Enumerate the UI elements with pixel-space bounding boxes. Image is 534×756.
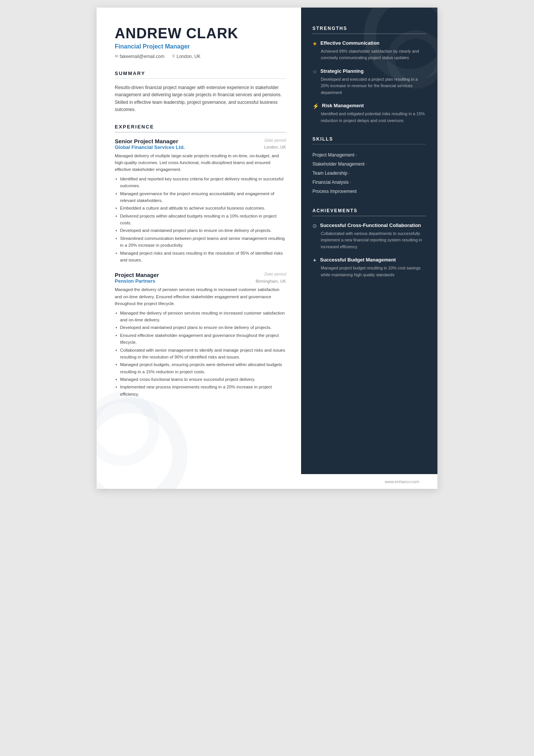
skill-item-3: Team Leadership · bbox=[312, 169, 426, 178]
achievement-name-2: Successful Budget Management bbox=[320, 257, 396, 263]
summary-divider bbox=[115, 78, 286, 79]
strength-desc-1: Achieved 99% stakeholder satisfaction by… bbox=[312, 48, 426, 61]
achievement-desc-1: Collaborated with various departments to… bbox=[312, 230, 426, 250]
exp-item-1: Senior Project Manager Date period Globa… bbox=[115, 138, 286, 264]
achievement-item-1: ⊙ Successful Cross-Functional Collaborat… bbox=[312, 222, 426, 250]
achievements-divider bbox=[312, 216, 426, 216]
bullet-item: Managed project risks and issues resulti… bbox=[115, 250, 286, 264]
exp-bullets-1: Identified and reported key success crit… bbox=[115, 175, 286, 264]
skill-item-2: Stakeholder Management · bbox=[312, 160, 426, 169]
summary-text: Results-driven financial project manager… bbox=[115, 84, 286, 113]
skills-title: SKILLS bbox=[312, 136, 426, 142]
bullet-item: Identified and reported key success crit… bbox=[115, 175, 286, 189]
strengths-section: STRENGTHS ★ Effective Communication Achi… bbox=[312, 26, 426, 124]
exp-header-2: Project Manager Date period bbox=[115, 272, 286, 278]
strength-desc-3: Identified and mitigated potential risks… bbox=[312, 111, 426, 124]
achievement-header-1: ⊙ Successful Cross-Functional Collaborat… bbox=[312, 222, 426, 229]
exp-date-2: Date period bbox=[264, 272, 286, 276]
bullet-item: Managed the delivery of pension services… bbox=[115, 310, 286, 324]
summary-title: SUMMARY bbox=[115, 70, 286, 76]
strength-name-1: Effective Communication bbox=[320, 40, 379, 47]
bullet-item: Streamlined communication between projec… bbox=[115, 235, 286, 249]
header: ANDREW CLARK Financial Project Manager ✉… bbox=[115, 26, 286, 59]
strength-item-3: ⚡ Risk Management Identified and mitigat… bbox=[312, 103, 426, 124]
strength-header-3: ⚡ Risk Management bbox=[312, 103, 426, 109]
email-icon: ✉ bbox=[115, 54, 118, 59]
candidate-name: ANDREW CLARK bbox=[115, 26, 286, 42]
location-contact: ⚲ London, UK bbox=[172, 54, 200, 59]
exp-item-2: Project Manager Date period Pension Part… bbox=[115, 272, 286, 398]
skill-item-5: Process Improvement bbox=[312, 187, 426, 196]
strengths-divider bbox=[312, 33, 426, 34]
strength-header-1: ★ Effective Communication bbox=[312, 40, 426, 47]
bolt-icon: ⚡ bbox=[312, 103, 319, 109]
bullet-item: Managed governance for the project ensur… bbox=[115, 190, 286, 204]
star-outline-icon: ☆ bbox=[312, 69, 317, 75]
exp-company-1: Global Financial Services Ltd. bbox=[115, 144, 185, 150]
right-column: STRENGTHS ★ Effective Communication Achi… bbox=[301, 8, 437, 489]
achievements-section: ACHIEVEMENTS ⊙ Successful Cross-Function… bbox=[312, 208, 426, 278]
exp-date-1: Date period bbox=[264, 138, 286, 142]
achievement-item-2: ✦ Successful Budget Management Managed p… bbox=[312, 257, 426, 278]
skill-item-1: Project Management · bbox=[312, 150, 426, 160]
exp-role-1: Senior Project Manager bbox=[115, 138, 178, 144]
exp-company-2: Pension Partners bbox=[115, 278, 155, 284]
exp-company-row-1: Global Financial Services Ltd. London, U… bbox=[115, 144, 286, 150]
experience-section: EXPERIENCE Senior Project Manager Date p… bbox=[115, 124, 286, 398]
email-contact: ✉ fakeemail@email.com bbox=[115, 54, 164, 59]
skill-name-4: Financial Analysis · bbox=[312, 180, 351, 185]
skills-divider bbox=[312, 144, 426, 145]
strength-desc-2: Developed and executed a project plan re… bbox=[312, 76, 426, 96]
contact-info: ✉ fakeemail@email.com ⚲ London, UK bbox=[115, 54, 286, 59]
exp-header-1: Senior Project Manager Date period bbox=[115, 138, 286, 144]
achievement-desc-2: Managed project budget resulting in 10% … bbox=[312, 265, 426, 278]
skill-item-4: Financial Analysis · bbox=[312, 178, 426, 187]
bullet-item: Managed project budgets, ensuring projec… bbox=[115, 361, 286, 375]
bullet-item: Developed and maintained project plans t… bbox=[115, 227, 286, 234]
strength-item-2: ☆ Strategic Planning Developed and execu… bbox=[312, 68, 426, 96]
bullet-item: Developed and maintained project plans t… bbox=[115, 324, 286, 331]
strength-name-2: Strategic Planning bbox=[320, 68, 364, 75]
budget-icon: ✦ bbox=[312, 257, 317, 263]
email-text: fakeemail@email.com bbox=[120, 54, 164, 59]
location-icon: ⚲ bbox=[172, 54, 175, 59]
experience-divider bbox=[115, 132, 286, 133]
skill-name-5: Process Improvement bbox=[312, 189, 357, 194]
footer-website: www.enhancv.com bbox=[385, 479, 419, 484]
bullet-item: Embedded a culture and attitude to achie… bbox=[115, 205, 286, 211]
bullet-item: Managed cross-functional teams to ensure… bbox=[115, 376, 286, 383]
exp-desc-1: Managed delivery of multiple large-scale… bbox=[115, 152, 286, 173]
strength-name-3: Risk Management bbox=[322, 103, 364, 109]
experience-title: EXPERIENCE bbox=[115, 124, 286, 130]
location-text: London, UK bbox=[176, 54, 200, 59]
exp-desc-2: Managed the delivery of pension services… bbox=[115, 286, 286, 307]
exp-role-2: Project Manager bbox=[115, 272, 159, 278]
skill-name-3: Team Leadership · bbox=[312, 171, 350, 176]
skill-name-1: Project Management · bbox=[312, 152, 357, 158]
bullet-item: Implemented new process improvements res… bbox=[115, 383, 286, 398]
achievement-name-1: Successful Cross-Functional Collaboratio… bbox=[320, 222, 421, 229]
exp-bullets-2: Managed the delivery of pension services… bbox=[115, 310, 286, 398]
exp-company-row-2: Pension Partners Birmingham, UK bbox=[115, 278, 286, 284]
exp-location-2: Birmingham, UK bbox=[256, 279, 286, 283]
strengths-title: STRENGTHS bbox=[312, 26, 426, 31]
resume-wrapper: ANDREW CLARK Financial Project Manager ✉… bbox=[97, 8, 437, 489]
skills-section: SKILLS Project Management · Stakeholder … bbox=[312, 136, 426, 196]
strength-header-2: ☆ Strategic Planning bbox=[312, 68, 426, 75]
bullet-item: Collaborated with senior management to i… bbox=[115, 347, 286, 361]
exp-location-1: London, UK bbox=[264, 145, 286, 149]
achievement-header-2: ✦ Successful Budget Management bbox=[312, 257, 426, 263]
achievements-title: ACHIEVEMENTS bbox=[312, 208, 426, 213]
left-column: ANDREW CLARK Financial Project Manager ✉… bbox=[97, 8, 301, 489]
bullet-item: Ensured effective stakeholder engagement… bbox=[115, 332, 286, 346]
summary-section: SUMMARY Results-driven financial project… bbox=[115, 70, 286, 113]
strength-item-1: ★ Effective Communication Achieved 99% s… bbox=[312, 40, 426, 61]
candidate-title: Financial Project Manager bbox=[115, 43, 286, 50]
skill-name-2: Stakeholder Management · bbox=[312, 161, 367, 167]
bullet-item: Delivered projects within allocated budg… bbox=[115, 213, 286, 227]
collaboration-icon: ⊙ bbox=[312, 223, 317, 229]
star-filled-icon: ★ bbox=[312, 41, 317, 47]
